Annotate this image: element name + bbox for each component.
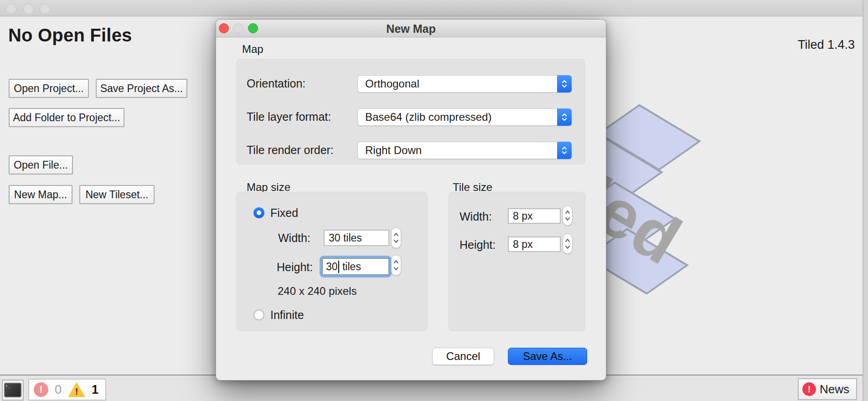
map-group-label: Map <box>242 43 264 56</box>
page-title: No Open Files <box>8 25 132 46</box>
open-project-button[interactable]: Open Project... <box>9 79 89 98</box>
error-icon: ! <box>34 382 48 397</box>
tile-layer-format-value: Base64 (zlib compressed) <box>358 111 557 123</box>
map-width-label: Width: <box>278 231 310 245</box>
window-titlebar <box>0 0 868 16</box>
minimize-window-icon[interactable] <box>23 4 34 14</box>
close-window-icon[interactable] <box>6 4 16 14</box>
map-height-focus-ring: 30 tiles <box>320 256 392 278</box>
news-button[interactable]: ! News <box>798 378 857 400</box>
map-height-value-before-caret: 30 <box>326 261 338 273</box>
zoom-window-icon[interactable] <box>40 4 50 14</box>
orientation-value: Orthogonal <box>358 77 557 90</box>
infinite-radio-label: Infinite <box>270 308 304 322</box>
infinite-radio[interactable] <box>253 309 264 320</box>
news-badge-glyph: ! <box>808 384 811 395</box>
open-file-button[interactable]: Open File... <box>9 155 73 175</box>
add-folder-to-project-button[interactable]: Add Folder to Project... <box>9 108 124 127</box>
terminal-icon <box>4 383 21 397</box>
tile-render-order-value: Right Down <box>358 144 557 157</box>
map-width-input[interactable]: 30 tiles <box>324 230 389 246</box>
map-height-input[interactable]: 30 tiles <box>322 258 389 275</box>
warning-count: 1 <box>92 383 98 397</box>
map-width-stepper[interactable] <box>391 227 401 248</box>
map-height-stepper[interactable] <box>391 255 401 276</box>
pixel-size-summary: 240 x 240 pixels <box>278 285 356 298</box>
popup-chevrons-icon <box>557 108 572 126</box>
tile-width-stepper[interactable] <box>563 206 573 226</box>
orientation-label: Orientation: <box>247 77 305 90</box>
new-tileset-button[interactable]: New Tileset... <box>79 185 155 204</box>
popup-chevrons-icon <box>557 75 572 93</box>
app-window: iled No Open Files Tiled 1.4.3 Open Proj… <box>0 0 868 401</box>
map-height-label: Height: <box>277 261 313 274</box>
error-glyph: ! <box>39 384 42 396</box>
toggle-console-button[interactable] <box>2 380 24 401</box>
popup-chevrons-icon <box>557 142 572 159</box>
window-right-edge <box>863 0 868 401</box>
alert-badge-icon: ! <box>802 382 816 396</box>
dialog-title: New Map <box>216 22 606 36</box>
cancel-button[interactable]: Cancel <box>432 348 494 365</box>
version-label: Tiled 1.4.3 <box>798 38 855 52</box>
dialog-titlebar[interactable]: New Map <box>216 20 606 37</box>
tile-layer-format-select[interactable]: Base64 (zlib compressed) <box>357 108 572 126</box>
text-caret <box>338 261 339 273</box>
tile-width-label: Width: <box>460 210 492 223</box>
save-as-button[interactable]: Save As... <box>508 348 587 365</box>
warning-glyph: ! <box>75 386 78 397</box>
tile-render-order-select[interactable]: Right Down <box>357 142 572 159</box>
fixed-radio[interactable] <box>253 207 264 218</box>
tile-width-input[interactable]: 8 px <box>508 208 561 224</box>
map-height-value-after-caret: tiles <box>340 261 361 273</box>
tile-layer-format-label: Tile layer format: <box>247 110 331 123</box>
new-map-dialog: New Map Map Orientation: Orthogonal Tile… <box>216 19 606 380</box>
new-map-button[interactable]: New Map... <box>9 185 72 204</box>
fixed-radio-label: Fixed <box>270 206 298 220</box>
warning-icon: ! <box>68 382 85 397</box>
news-label: News <box>820 382 849 396</box>
save-project-as-button[interactable]: Save Project As... <box>96 79 187 98</box>
issues-counter[interactable]: ! 0 ! 1 <box>28 379 106 401</box>
error-count: 0 <box>55 383 62 397</box>
tile-height-input[interactable]: 8 px <box>508 236 561 252</box>
orientation-select[interactable]: Orthogonal <box>357 75 572 93</box>
tile-render-order-label: Tile render order: <box>247 144 334 157</box>
tile-height-label: Height: <box>460 238 496 252</box>
tile-height-stepper[interactable] <box>563 234 573 254</box>
